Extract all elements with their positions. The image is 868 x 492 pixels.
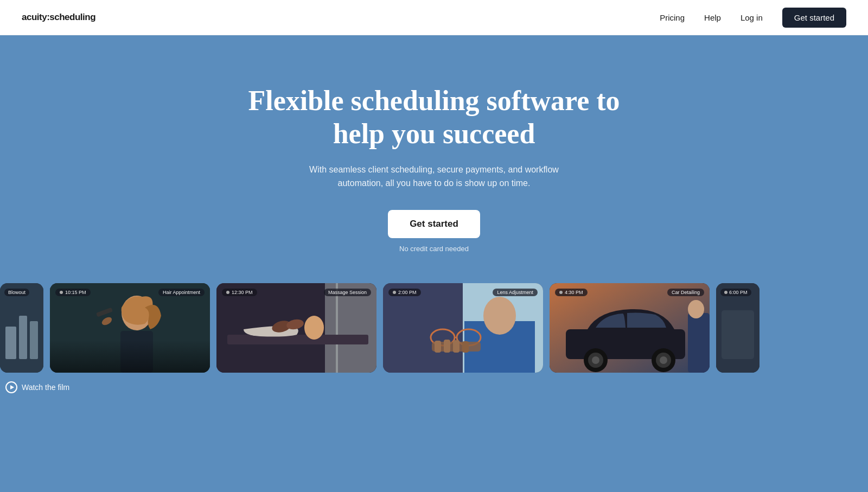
car-time-label: 4:30 PM (555, 289, 588, 296)
svg-rect-28 (462, 341, 469, 353)
hero-subtitle: With seamless client scheduling, secure … (309, 163, 559, 190)
svg-rect-25 (435, 341, 441, 353)
car-label: Car Detailing (667, 289, 704, 296)
svg-point-33 (592, 356, 599, 364)
film-card-lens[interactable]: 2:00 PM Lens Adjustment (383, 283, 543, 373)
massage-label: Massage Session (324, 289, 371, 296)
svg-rect-1 (5, 327, 16, 359)
svg-point-14 (304, 316, 324, 340)
svg-point-20 (483, 297, 516, 335)
svg-rect-40 (722, 310, 754, 359)
film-card-blowout[interactable]: Blowout (0, 283, 43, 373)
film-card-car[interactable]: 4:30 PM Car Detailing (550, 283, 710, 373)
svg-rect-37 (688, 313, 710, 373)
no-credit-card-text: No credit card needed (0, 245, 868, 253)
svg-point-36 (660, 356, 667, 364)
play-icon (5, 381, 17, 393)
hair-appt-label: Hair Appointment (158, 289, 205, 296)
watch-film-label: Watch the film (22, 383, 69, 392)
svg-rect-12 (336, 283, 338, 373)
svg-rect-27 (453, 340, 459, 353)
svg-rect-13 (227, 335, 368, 344)
svg-rect-11 (325, 283, 376, 373)
lens-time-label: 2:00 PM (388, 289, 421, 296)
hero-section: Flexible scheduling software to help you… (0, 35, 868, 492)
svg-rect-2 (19, 316, 27, 359)
film-card-massage[interactable]: 12:30 PM Massage Session (216, 283, 376, 373)
pricing-link[interactable]: Pricing (660, 13, 685, 22)
navbar: acuity:scheduling Pricing Help Log in Ge… (0, 0, 868, 35)
last-time-label: 6:00 PM (720, 289, 751, 296)
nav-get-started-button[interactable]: Get started (782, 8, 846, 28)
film-strip: Blowout 10:15 PM (0, 283, 868, 373)
logo: acuity:scheduling (22, 12, 95, 23)
blowout-label: Blowout (4, 289, 29, 296)
film-card-last[interactable]: 6:00 PM (716, 283, 760, 373)
lens-label: Lens Adjustment (493, 289, 538, 296)
film-card-hair[interactable]: 10:15 PM Hair Appointment (50, 283, 210, 373)
watch-film-button[interactable]: Watch the film (0, 381, 868, 415)
massage-time-label: 12:30 PM (222, 289, 257, 296)
hero-get-started-button[interactable]: Get started (388, 210, 480, 238)
svg-rect-17 (383, 283, 463, 373)
hero-title: Flexible scheduling software to help you… (244, 84, 624, 151)
svg-rect-3 (30, 321, 38, 359)
svg-rect-26 (444, 340, 450, 353)
help-link[interactable]: Help (704, 13, 721, 22)
hair-time-label: 10:15 PM (55, 289, 91, 296)
navbar-right: Pricing Help Log in Get started (660, 8, 846, 28)
login-link[interactable]: Log in (741, 13, 763, 22)
svg-point-38 (688, 300, 704, 318)
